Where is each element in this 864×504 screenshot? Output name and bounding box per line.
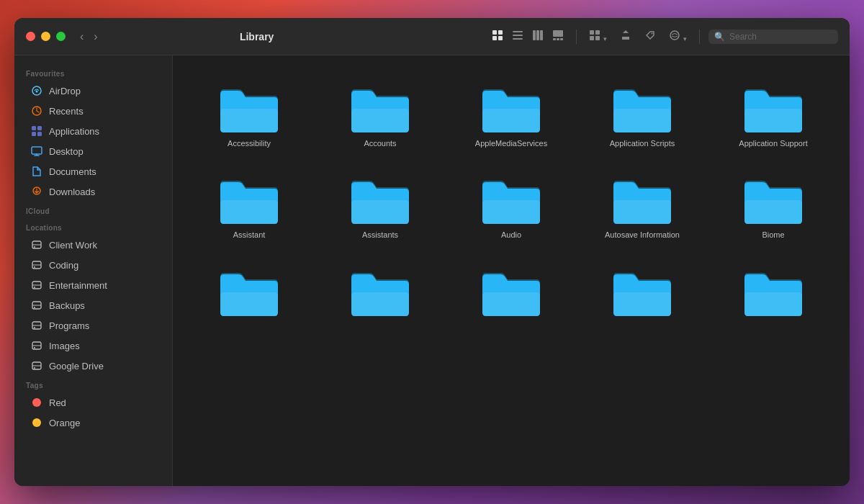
downloads-label: Downloads <box>49 186 95 197</box>
search-bar: 🔍 <box>708 30 838 44</box>
svg-rect-24 <box>37 126 42 130</box>
sidebar-item-tag-red[interactable]: Red <box>19 392 168 413</box>
tags-label: Tags <box>14 376 172 392</box>
folder-14[interactable] <box>580 253 704 328</box>
divider-2 <box>699 30 700 44</box>
recents-label: Recents <box>49 106 84 117</box>
more-button[interactable]: ▾ <box>665 27 690 45</box>
documents-label: Documents <box>49 166 96 177</box>
folder-accounts[interactable]: Accounts <box>318 70 442 154</box>
folder-biome[interactable]: Biome <box>711 161 835 246</box>
sidebar-item-programs[interactable]: Programs <box>19 315 168 336</box>
folder-accessibility[interactable]: Accessibility <box>187 70 311 154</box>
sidebar-item-downloads[interactable]: Downloads <box>19 181 168 202</box>
folder-assistants[interactable]: Assistants <box>318 161 442 246</box>
svg-rect-6 <box>513 38 523 40</box>
list-view-btn[interactable] <box>508 27 527 45</box>
desktop-icon <box>30 145 43 158</box>
sidebar-item-airdrop[interactable]: AirDrop <box>19 81 168 101</box>
svg-rect-17 <box>595 36 600 40</box>
svg-rect-27 <box>32 147 42 154</box>
sidebar-item-applications[interactable]: Applications <box>19 121 168 141</box>
svg-rect-9 <box>540 30 543 40</box>
svg-rect-25 <box>32 132 36 136</box>
svg-point-34 <box>34 266 35 268</box>
finder-window: ‹ › Library <box>14 18 850 486</box>
sidebar-item-backups[interactable]: Backups <box>19 295 168 315</box>
svg-rect-12 <box>557 38 559 40</box>
svg-point-49 <box>34 367 35 369</box>
tag-red-label: Red <box>49 397 66 408</box>
programs-label: Programs <box>49 320 89 331</box>
applications-label: Applications <box>49 126 99 137</box>
folder-app-support-icon <box>741 78 806 132</box>
google-drive-label: Google Drive <box>49 361 104 372</box>
sidebar-item-coding[interactable]: Coding <box>19 255 168 275</box>
folder-autosave-label: Autosave Information <box>605 230 680 240</box>
recents-icon <box>30 104 43 117</box>
svg-point-18 <box>651 33 652 35</box>
tag-button[interactable] <box>641 27 660 45</box>
folder-app-scripts-icon <box>610 78 675 132</box>
titlebar: ‹ › Library <box>14 18 850 55</box>
toolbar-right: ▾ ▾ 🔍 <box>488 27 838 45</box>
icloud-label: iCloud <box>14 202 172 218</box>
sidebar-item-desktop[interactable]: Desktop <box>19 141 168 161</box>
folder-assistant[interactable]: Assistant <box>187 161 311 246</box>
sidebar-item-entertainment[interactable]: Entertainment <box>19 275 168 295</box>
svg-point-46 <box>34 347 35 348</box>
folder-15[interactable] <box>711 253 835 328</box>
folder-audio[interactable]: Audio <box>449 161 573 246</box>
folder-accessibility-label: Accessibility <box>228 138 271 148</box>
sidebar-item-documents[interactable]: Documents <box>19 161 168 181</box>
folder-12[interactable] <box>318 253 442 328</box>
folder-11[interactable] <box>187 253 311 328</box>
images-label: Images <box>49 341 80 351</box>
sidebar-item-images[interactable]: Images <box>19 336 168 356</box>
downloads-icon <box>30 185 43 198</box>
folder-audio-label: Audio <box>501 230 521 240</box>
airdrop-label: AirDrop <box>49 86 81 96</box>
svg-rect-11 <box>553 38 556 40</box>
share-button[interactable] <box>616 27 635 45</box>
svg-point-37 <box>34 287 35 288</box>
icon-view-btn[interactable] <box>488 27 507 45</box>
folder-assistant-icon <box>217 170 282 224</box>
sidebar-item-tag-orange[interactable]: Orange <box>19 413 168 433</box>
coding-label: Coding <box>49 260 78 271</box>
svg-rect-16 <box>590 36 594 40</box>
folder-app-scripts[interactable]: Application Scripts <box>580 70 704 154</box>
sidebar-item-client-work[interactable]: Client Work <box>19 235 168 255</box>
search-icon: 🔍 <box>714 32 725 42</box>
documents-icon <box>30 165 43 178</box>
locations-label: Locations <box>14 218 172 235</box>
group-button[interactable]: ▾ <box>585 27 611 45</box>
svg-point-21 <box>36 91 38 93</box>
folder-apple-media-icon <box>479 78 544 132</box>
folder-11-icon <box>217 262 282 316</box>
sidebar-item-recents[interactable]: Recents <box>19 101 168 121</box>
sidebar: Favourites AirDrop <box>14 55 173 486</box>
folders-grid: Accessibility Accounts <box>187 70 835 328</box>
folder-accessibility-icon <box>217 78 282 132</box>
programs-icon <box>30 319 43 332</box>
desktop-label: Desktop <box>49 146 84 157</box>
sidebar-item-google-drive[interactable]: Google Drive <box>19 356 168 376</box>
svg-rect-7 <box>533 30 536 40</box>
main-content: Accessibility Accounts <box>173 55 850 486</box>
svg-rect-10 <box>553 30 563 37</box>
view-buttons <box>488 27 567 45</box>
folder-autosave[interactable]: Autosave Information <box>580 161 704 246</box>
gallery-view-btn[interactable] <box>549 27 567 45</box>
search-input[interactable] <box>729 32 830 42</box>
folder-13[interactable] <box>449 253 573 328</box>
coding-icon <box>30 258 43 271</box>
folder-app-support[interactable]: Application Support <box>711 70 835 154</box>
svg-point-19 <box>670 31 679 40</box>
folder-apple-media[interactable]: AppleMediaServices <box>449 70 573 154</box>
folder-assistant-label: Assistant <box>233 230 266 240</box>
svg-point-43 <box>34 327 35 328</box>
google-drive-icon <box>30 359 43 372</box>
column-view-btn[interactable] <box>528 27 547 45</box>
svg-point-40 <box>34 307 35 308</box>
